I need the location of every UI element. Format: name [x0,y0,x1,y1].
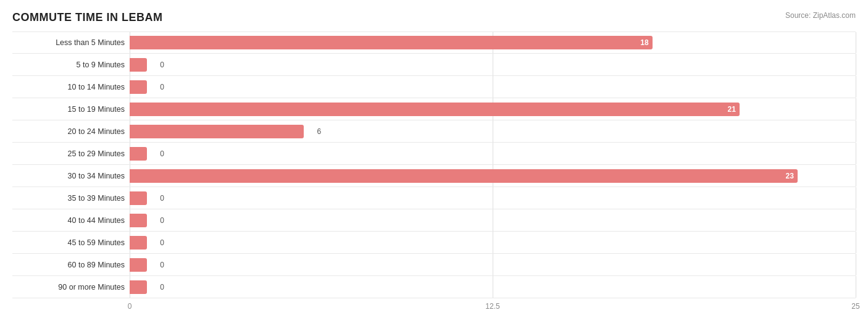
bar-area: 0 [130,76,856,98]
bar-row: 5 to 9 Minutes0 [12,54,856,76]
bar-row: 45 to 59 Minutes0 [12,232,856,254]
bar-label: 5 to 9 Minutes [12,61,130,69]
bar-value-label: 0 [160,216,164,225]
bar: 21 [130,103,740,116]
bar-area: 21 [130,98,856,120]
x-axis: 012.525 [130,302,856,314]
bar: 6 [130,125,304,138]
bar-row: 35 to 39 Minutes0 [12,187,856,209]
bar-value-label: 0 [160,283,164,292]
bar-row: 40 to 44 Minutes0 [12,209,856,232]
bar-value-label: 0 [160,149,164,158]
bar-value-label: 0 [160,238,164,247]
bar-label: 35 to 39 Minutes [12,194,130,203]
bar-area: 0 [130,232,856,253]
bar-label: 10 to 14 Minutes [12,83,130,91]
bar-area: 6 [130,120,856,142]
bar: 0 [130,191,147,205]
bar-area: 0 [130,143,856,164]
bar-value-label: 0 [160,194,164,203]
bar: 0 [130,258,147,272]
bar-row: 60 to 89 Minutes0 [12,254,856,276]
bar-area: 0 [130,187,856,209]
bar: 0 [130,236,147,250]
bar-value-label: 6 [317,127,322,136]
bar-row: 30 to 34 Minutes23 [12,165,856,187]
bar-row: 25 to 29 Minutes0 [12,143,856,165]
bar-label: 15 to 19 Minutes [12,105,130,114]
bar-label: 60 to 89 Minutes [12,261,130,269]
x-axis-label: 25 [851,302,859,311]
bar-row: 20 to 24 Minutes6 [12,120,856,143]
bar: 23 [130,169,798,183]
bar: 0 [130,147,147,161]
x-axis-label: 0 [128,302,132,311]
chart-body: Less than 5 Minutes185 to 9 Minutes010 t… [12,31,856,298]
bar-label: 45 to 59 Minutes [12,238,130,247]
bar-label: 25 to 29 Minutes [12,149,130,158]
x-axis-label: 12.5 [485,302,499,311]
bar-label: 40 to 44 Minutes [12,216,130,225]
bar-row: 15 to 19 Minutes21 [12,98,856,120]
chart-source: Source: ZipAtlas.com [785,11,856,20]
bar-row: 10 to 14 Minutes0 [12,76,856,98]
bar-value-label: 18 [640,38,648,47]
bar-row: Less than 5 Minutes18 [12,31,856,54]
bar-value-label: 0 [160,83,164,91]
bar-area: 18 [130,32,856,53]
bar-label: Less than 5 Minutes [12,38,130,47]
bar-area: 0 [130,254,856,275]
bar-row: 90 or more Minutes0 [12,276,856,298]
bar: 0 [130,58,147,72]
bar: 0 [130,280,147,294]
bar-value-label: 0 [160,61,164,69]
chart-container: COMMUTE TIME IN LEBAM Source: ZipAtlas.c… [0,0,868,323]
bar-label: 90 or more Minutes [12,283,130,292]
chart-title: COMMUTE TIME IN LEBAM [12,11,162,24]
bar: 0 [130,80,147,94]
bar-value-label: 0 [160,261,164,269]
bar-area: 23 [130,165,856,187]
bar-value-label: 23 [786,172,794,180]
bar-area: 0 [130,54,856,75]
bar-area: 0 [130,276,856,298]
bar-label: 20 to 24 Minutes [12,127,130,136]
chart-header: COMMUTE TIME IN LEBAM Source: ZipAtlas.c… [12,11,856,24]
bar: 0 [130,214,147,227]
bar-label: 30 to 34 Minutes [12,172,130,180]
bar: 18 [130,36,653,49]
bar-area: 0 [130,209,856,231]
bar-value-label: 21 [727,105,735,114]
